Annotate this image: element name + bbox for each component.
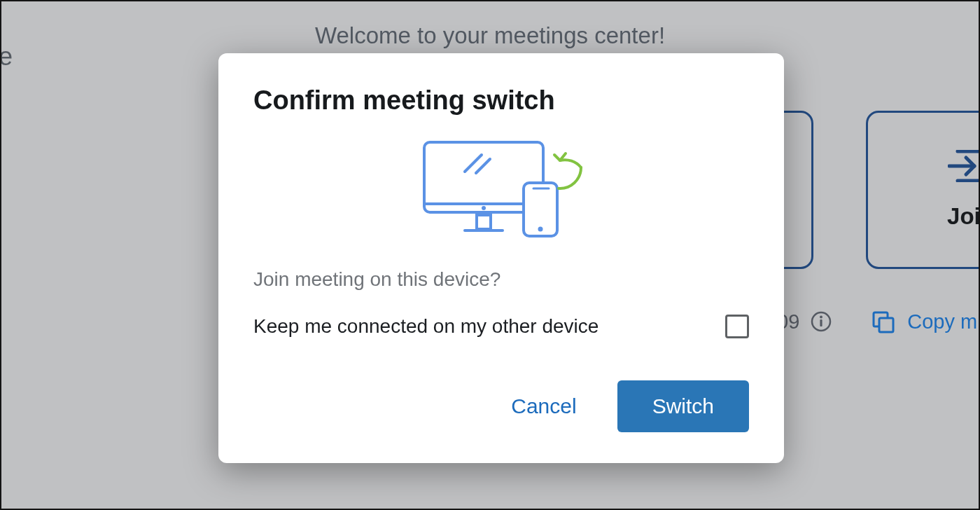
switch-button[interactable]: Switch	[617, 380, 749, 432]
confirm-switch-modal: Confirm meeting switch	[218, 53, 784, 463]
keep-connected-label: Keep me connected on my other device	[253, 315, 598, 338]
keep-connected-row: Keep me connected on my other device	[253, 315, 749, 338]
modal-footer: Cancel Switch	[253, 380, 749, 432]
svg-point-14	[538, 227, 543, 232]
modal-question: Join meeting on this device?	[253, 268, 749, 291]
svg-rect-8	[477, 215, 491, 229]
cancel-button[interactable]: Cancel	[504, 382, 583, 431]
modal-overlay: Confirm meeting switch	[1, 1, 979, 509]
device-switch-icon	[253, 138, 749, 243]
svg-point-7	[482, 206, 486, 210]
svg-line-11	[476, 159, 490, 173]
modal-title: Confirm meeting switch	[253, 85, 749, 116]
keep-connected-checkbox[interactable]	[725, 315, 749, 338]
